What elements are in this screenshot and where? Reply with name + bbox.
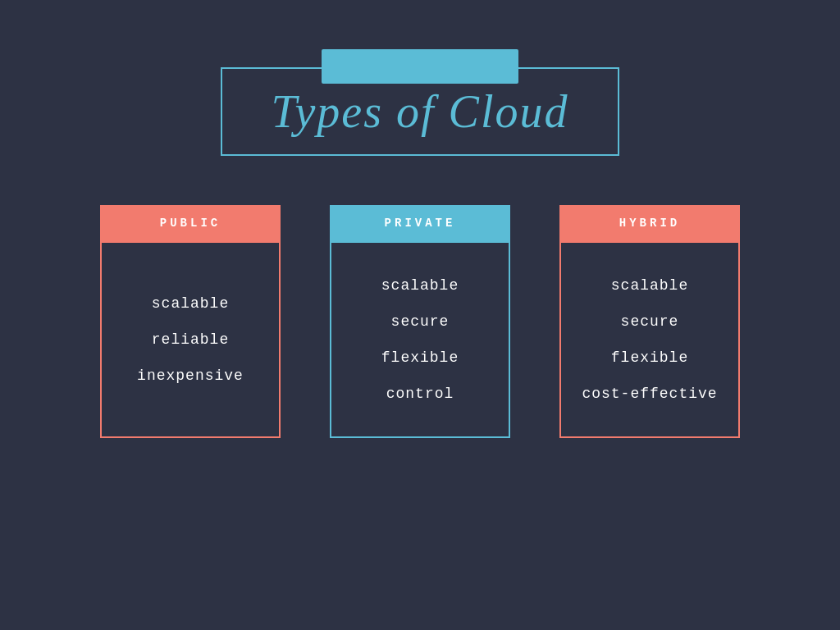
title-tab [322, 49, 518, 84]
card-item-reliable: reliable [152, 331, 229, 348]
card-header-public: PUBLIC [100, 205, 281, 241]
card-body-public: scalablereliableinexpensive [100, 241, 281, 438]
card-hybrid: HYBRIDscalablesecureflexiblecost-effecti… [559, 205, 740, 438]
card-body-hybrid: scalablesecureflexiblecost-effective [559, 241, 740, 438]
card-item-flexible: flexible [381, 349, 459, 366]
card-item-inexpensive: inexpensive [137, 368, 244, 384]
card-header-private: PRIVATE [330, 205, 510, 241]
card-item-control: control [386, 386, 454, 402]
card-item-secure: secure [391, 313, 450, 330]
card-item-secure: secure [621, 313, 679, 330]
card-item-scalable: scalable [381, 277, 459, 294]
cards-section: PUBLICscalablereliableinexpensivePRIVATE… [100, 205, 740, 438]
page-title: Types of Cloud [272, 86, 569, 137]
card-body-private: scalablesecureflexiblecontrol [330, 241, 510, 438]
card-item-cost-effective: cost-effective [582, 386, 717, 402]
card-public: PUBLICscalablereliableinexpensive [100, 205, 281, 438]
card-item-flexible: flexible [611, 349, 688, 366]
title-section: Types of Cloud [221, 49, 620, 156]
card-private: PRIVATEscalablesecureflexiblecontrol [330, 205, 510, 438]
card-item-scalable: scalable [152, 295, 229, 312]
card-item-scalable: scalable [611, 277, 688, 294]
card-header-hybrid: HYBRID [559, 205, 740, 241]
